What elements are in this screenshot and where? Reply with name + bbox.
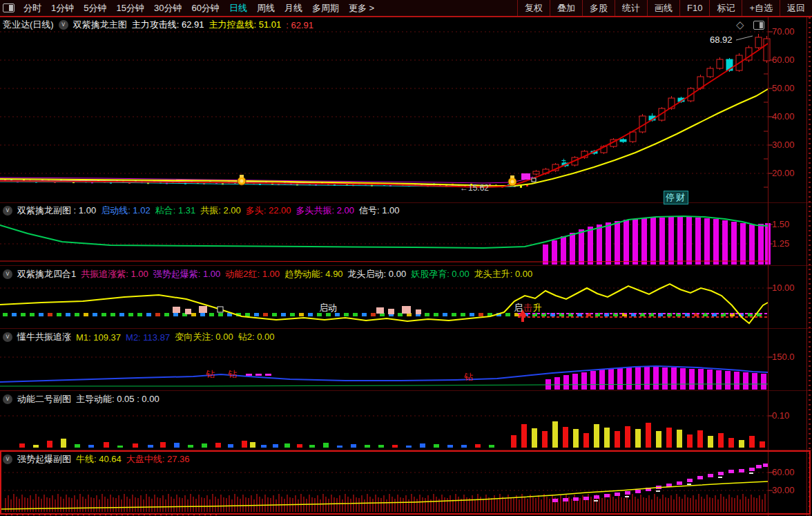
header-text: 变向关注: 0.00 bbox=[175, 331, 233, 343]
chart-canvas[interactable]: ←15.6268.92+启动启击升钻钻钻 bbox=[0, 0, 812, 516]
svg-text:启动: 启动 bbox=[319, 303, 337, 313]
period-tab-周线[interactable]: 周线 bbox=[252, 3, 280, 13]
axis-label-p5: 0.10 bbox=[772, 410, 805, 421]
axis-label-p2: 1.25 bbox=[772, 238, 805, 249]
tool-button-返回[interactable]: 返回 bbox=[780, 0, 812, 16]
header-text: 强势起爆紫: 1.00 bbox=[153, 268, 221, 280]
header-text: 信号: 1.00 bbox=[359, 204, 400, 217]
period-tab-更多 >[interactable]: 更多 > bbox=[344, 3, 379, 13]
panel-header-p2: ˅双紫擒龙副图 : 1.00启动线: 1.02粘合: 1.31共振: 2.00多… bbox=[3, 204, 400, 217]
axis-divider-line bbox=[768, 17, 768, 516]
chevron-down-icon[interactable]: ˅ bbox=[3, 394, 12, 404]
panel-header-p6: ˅强势起爆副图牛线: 40.64大盘中线: 27.36 bbox=[3, 453, 190, 466]
period-tab-1分钟[interactable]: 1分钟 bbox=[46, 3, 79, 13]
axis-label-p4: 150.0 bbox=[772, 352, 805, 362]
tool-button-标记[interactable]: 标记 bbox=[709, 0, 742, 16]
axis-label-p3: 10.00 bbox=[772, 283, 805, 293]
header-text: 共振: 2.00 bbox=[200, 204, 241, 217]
period-tab-30分钟[interactable]: 30分钟 bbox=[149, 3, 186, 13]
tool-button-统计[interactable]: 统计 bbox=[615, 0, 647, 16]
header-text: 动能2红: 1.00 bbox=[225, 268, 280, 280]
bottom-date-ticks bbox=[6, 514, 220, 515]
header-text: 多头: 22.00 bbox=[246, 204, 291, 217]
svg-text:68.92: 68.92 bbox=[710, 35, 733, 45]
header-text: 龙头主升: 0.00 bbox=[474, 268, 533, 280]
axis-label-main: 40.00 bbox=[772, 111, 805, 122]
header-text: M2: 113.87 bbox=[126, 332, 170, 343]
tool-button-+自选[interactable]: +自选 bbox=[742, 0, 780, 16]
diamond-marker-icon[interactable]: ◇ bbox=[736, 19, 744, 31]
header-text: 粘合: 1.31 bbox=[155, 204, 196, 217]
chevron-down-icon[interactable]: ˅ bbox=[3, 206, 12, 216]
header-text: 妖股孕育: 0.00 bbox=[411, 268, 470, 280]
period-tab-多周期[interactable]: 多周期 bbox=[307, 3, 344, 13]
tingcai-signal-label: 停财 bbox=[664, 191, 688, 204]
right-tick-strip bbox=[809, 17, 811, 516]
header-text: 竞业达(日线) bbox=[3, 19, 54, 31]
chevron-down-icon[interactable]: ˅ bbox=[3, 269, 12, 279]
axis-label-main: 60.00 bbox=[772, 55, 805, 65]
right-border-line bbox=[806, 17, 807, 516]
panel-separator bbox=[0, 328, 812, 329]
header-text: 双紫擒龙四合1 bbox=[17, 268, 76, 280]
trading-app-window: 分时1分钟5分钟15分钟30分钟60分钟日线周线月线多周期更多 > 复权叠加多股… bbox=[0, 0, 812, 516]
svg-text:钻: 钻 bbox=[464, 372, 473, 382]
svg-text:钻: 钻 bbox=[206, 369, 215, 379]
chevron-down-icon[interactable]: ˅ bbox=[59, 20, 68, 30]
axis-label-p6: 60.00 bbox=[772, 467, 805, 477]
header-text: 懂牛共振追涨 bbox=[17, 331, 71, 343]
panel-header-p3: ˅双紫擒龙四合1共振追涨紫: 1.00强势起爆紫: 1.00动能2红: 1.00… bbox=[3, 268, 532, 280]
header-text: 趋势动能: 4.90 bbox=[284, 268, 343, 280]
header-text: 龙头启动: 0.00 bbox=[348, 268, 407, 280]
header-text: M1: 109.37 bbox=[76, 332, 121, 343]
svg-text:钻: 钻 bbox=[228, 369, 237, 379]
period-tab-60分钟[interactable]: 60分钟 bbox=[186, 3, 224, 13]
period-tab-分时[interactable]: 分时 bbox=[19, 3, 46, 13]
chevron-down-icon[interactable]: ˅ bbox=[3, 332, 12, 342]
tool-button-叠加[interactable]: 叠加 bbox=[550, 0, 582, 16]
header-text: 主力攻击线: 62.91 bbox=[132, 19, 204, 31]
tool-button-F10[interactable]: F10 bbox=[679, 0, 709, 16]
svg-text:升: 升 bbox=[533, 303, 542, 313]
header-text: 启动线: 1.02 bbox=[101, 204, 151, 217]
header-text: 双紫擒龙副图 : 1.00 bbox=[17, 204, 96, 217]
header-text: 共振追涨紫: 1.00 bbox=[81, 268, 148, 280]
header-text: 双紫擒龙主图 bbox=[73, 19, 127, 31]
header-text: 大盘中线: 27.36 bbox=[126, 453, 190, 466]
header-text: 主力控盘线: 51.01 bbox=[209, 19, 281, 31]
panel-header-main: 竞业达(日线)˅双紫擒龙主图主力攻击线: 62.91主力控盘线: 51.01: … bbox=[3, 19, 313, 31]
period-tabs: 分时1分钟5分钟15分钟30分钟60分钟日线周线月线多周期更多 > bbox=[19, 2, 379, 15]
axis-label-main: 70.00 bbox=[772, 26, 805, 37]
panel-corner-icon[interactable] bbox=[753, 21, 764, 30]
axis-label-main: 30.00 bbox=[772, 140, 805, 150]
axis-label-main: 20.00 bbox=[772, 168, 805, 178]
top-menu-bar: 分时1分钟5分钟15分钟30分钟60分钟日线周线月线多周期更多 > 复权叠加多股… bbox=[0, 0, 812, 17]
header-text: 钻2: 0.00 bbox=[238, 331, 275, 343]
panel-header-p5: ˅动能二号副图主导动能: 0.05 : 0.00 bbox=[3, 393, 160, 405]
panel-separator bbox=[0, 202, 812, 203]
header-text: 多头共振: 2.00 bbox=[296, 204, 355, 217]
tool-button-复权[interactable]: 复权 bbox=[517, 0, 550, 16]
header-text: : 62.91 bbox=[286, 20, 313, 30]
header-text: 强势起爆副图 bbox=[17, 453, 71, 466]
axis-label-p6: 30.00 bbox=[772, 485, 805, 495]
svg-text:击: 击 bbox=[523, 303, 532, 313]
header-text: 牛线: 40.64 bbox=[76, 453, 122, 466]
period-tab-月线[interactable]: 月线 bbox=[280, 3, 307, 13]
chevron-down-icon[interactable]: ˅ bbox=[3, 455, 12, 464]
tool-button-画线[interactable]: 画线 bbox=[647, 0, 679, 16]
period-tab-5分钟[interactable]: 5分钟 bbox=[79, 3, 111, 13]
period-tab-15分钟[interactable]: 15分钟 bbox=[111, 3, 148, 13]
svg-text:启: 启 bbox=[514, 303, 523, 313]
tool-button-多股[interactable]: 多股 bbox=[582, 0, 615, 16]
panel-separator bbox=[0, 450, 812, 450]
period-tab-日线[interactable]: 日线 bbox=[224, 3, 252, 13]
header-text: 动能二号副图 bbox=[17, 393, 71, 405]
toolbar: 复权叠加多股统计画线F10标记+自选返回 bbox=[517, 0, 812, 16]
panel-separator bbox=[0, 390, 812, 391]
panel-header-p4: ˅懂牛共振追涨M1: 109.37M2: 113.87变向关注: 0.00钻2:… bbox=[3, 331, 274, 343]
axis-label-p2: 1.50 bbox=[772, 219, 805, 229]
window-icon[interactable] bbox=[3, 3, 14, 12]
axis-label-main: 50.00 bbox=[772, 83, 805, 93]
header-text: 主导动能: 0.05 : 0.00 bbox=[76, 393, 160, 405]
